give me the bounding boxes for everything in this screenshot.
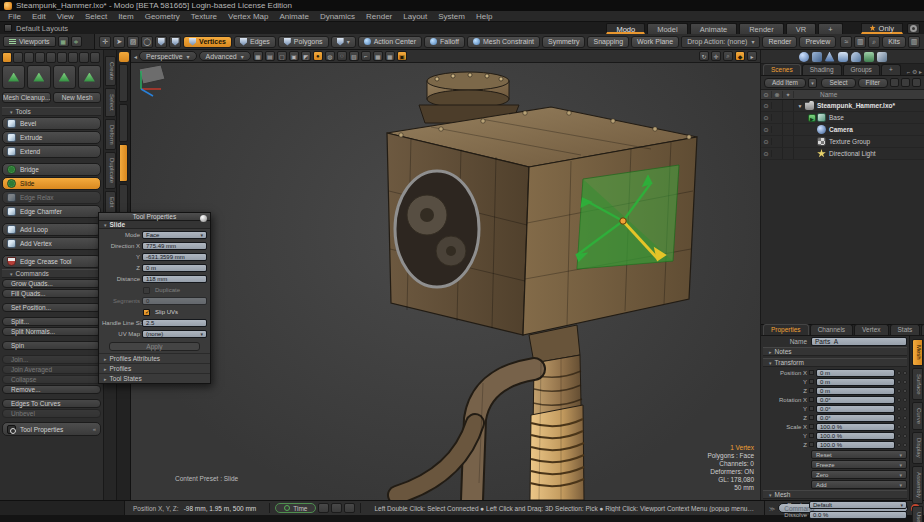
snapshot-mode-icon[interactable] xyxy=(79,52,89,63)
transform-value-field[interactable]: 0 m xyxy=(816,378,895,386)
settings-gear-button[interactable] xyxy=(907,23,920,34)
render-cell[interactable] xyxy=(783,136,794,147)
viewport-icon-grid2[interactable]: ▦ xyxy=(373,51,383,61)
lock-cell[interactable] xyxy=(772,148,783,159)
sphere-primitive-icon[interactable] xyxy=(799,52,809,62)
property-field[interactable]: Face xyxy=(142,231,207,239)
shading-mode-dropdown[interactable]: Advanced ▾ xyxy=(199,51,251,61)
link-icon[interactable] xyxy=(890,78,899,87)
reset-mini-button[interactable] xyxy=(809,388,814,393)
command-button[interactable]: Grow Quads... xyxy=(2,279,101,288)
slide-section-header[interactable]: Slide xyxy=(99,221,210,229)
viewport-split-icon[interactable]: ≑ xyxy=(71,36,82,47)
property-field[interactable]: 0.0 % xyxy=(809,511,907,519)
more-primitives-icon[interactable] xyxy=(877,52,887,62)
viewport-3d[interactable]: ◂ Perspective ▾ Advanced ▾ ▦ ▤ ▢ ▣ ◩ ● ◍… xyxy=(131,50,760,500)
keyframe-dot-icon[interactable] xyxy=(903,371,907,375)
transform-value-field[interactable]: 0.0° xyxy=(816,405,895,413)
transform-value-field[interactable]: 0 m xyxy=(816,387,895,395)
camera-lock-icon[interactable]: ◆ xyxy=(735,51,745,61)
reset-mini-button[interactable] xyxy=(809,379,814,384)
visibility-column-icon[interactable]: ⊙ xyxy=(761,91,772,98)
scene-tree-item[interactable]: ⊙ Camera xyxy=(761,124,924,136)
layout-tab[interactable]: Modo xyxy=(606,23,645,34)
polygon-tool-icon-1[interactable] xyxy=(2,65,25,89)
menu-item[interactable]: Vertex Map xyxy=(228,12,268,21)
properties-tab[interactable]: Vertex ... xyxy=(854,324,888,335)
refresh-icon[interactable] xyxy=(90,52,100,63)
property-field[interactable]: Default xyxy=(809,501,907,509)
viewport-icon-wire[interactable]: ▢ xyxy=(277,51,287,61)
command-button[interactable]: Split Normals... xyxy=(2,327,101,336)
property-field[interactable]: (none) xyxy=(142,330,207,338)
tool-button[interactable]: Add Vertex xyxy=(2,237,101,250)
transform-section-header[interactable]: Transform xyxy=(763,358,907,367)
menu-item[interactable]: Layout xyxy=(403,12,427,21)
envelope-dot-icon[interactable] xyxy=(897,443,901,447)
reset-mini-button[interactable] xyxy=(809,442,814,447)
menu-item[interactable]: File xyxy=(8,12,21,21)
action-center-button[interactable]: Action Center xyxy=(358,36,422,48)
keyframe-dot-icon[interactable] xyxy=(903,407,907,411)
plane-primitive-icon[interactable] xyxy=(838,52,848,62)
topo-mode-icon[interactable] xyxy=(57,52,67,63)
tool-button[interactable]: Bevel xyxy=(2,117,101,130)
properties-vertical-tab[interactable]: Display xyxy=(912,432,923,464)
items-mode-button[interactable]: ▾ xyxy=(331,36,356,48)
expand-twirl-icon[interactable] xyxy=(808,114,816,122)
command-button[interactable]: Remove... xyxy=(2,385,101,394)
mesh-constraint-button[interactable]: Mesh Constraint xyxy=(467,36,540,48)
property-field[interactable]: 775.49 mm xyxy=(142,242,207,250)
viewport-icon-quad[interactable]: ▤ xyxy=(265,51,275,61)
command-button[interactable]: Edges To Curves xyxy=(2,399,101,408)
select-shield-icon-1[interactable] xyxy=(155,36,167,48)
command-button[interactable]: Unbevel xyxy=(2,409,101,418)
new-mesh-button[interactable]: New Mesh xyxy=(53,92,101,103)
envelope-dot-icon[interactable] xyxy=(897,425,901,429)
render-column-icon[interactable]: ✦ xyxy=(783,91,794,98)
select-paint-icon[interactable]: ▨ xyxy=(127,36,139,48)
tool-button[interactable]: Edge Relax xyxy=(2,191,101,204)
reset-mini-button[interactable] xyxy=(809,370,814,375)
properties-tab[interactable]: Channels xyxy=(810,324,853,335)
polygon-tool-icon-2[interactable] xyxy=(27,65,50,89)
reset-mini-button[interactable] xyxy=(809,424,814,429)
scene-tab[interactable]: Groups xyxy=(843,64,880,75)
mesh-section-header[interactable]: Mesh xyxy=(763,490,907,499)
property-field[interactable]: Slip UVs xyxy=(152,308,207,316)
hammer-model[interactable] xyxy=(131,63,760,500)
layout-tab[interactable]: Render xyxy=(739,23,784,34)
tool-properties-title[interactable]: Tool Properties xyxy=(99,213,210,221)
command-button[interactable]: Set Position... xyxy=(2,303,101,312)
hair-mode-icon[interactable] xyxy=(68,52,78,63)
expand-twirl-icon[interactable] xyxy=(796,103,804,109)
select-cursor-icon[interactable]: ➤ xyxy=(113,36,125,48)
panel-orb-icon[interactable] xyxy=(200,215,207,222)
preview-button[interactable]: Preview xyxy=(799,36,836,48)
properties-tab[interactable]: Properties xyxy=(763,324,809,335)
reset-mini-button[interactable] xyxy=(809,415,814,420)
commands-section-header[interactable]: Commands xyxy=(2,269,101,278)
cube-primitive-icon[interactable] xyxy=(812,52,822,62)
command-button[interactable]: Fill Quads... xyxy=(2,289,101,298)
envelope-dot-icon[interactable] xyxy=(897,389,901,393)
funnel-icon[interactable] xyxy=(912,78,921,87)
tool-button[interactable]: Slide xyxy=(2,177,101,190)
menu-item[interactable]: System xyxy=(438,12,465,21)
viewport-icon-ghost-active[interactable]: ● xyxy=(313,51,323,61)
envelope-dot-icon[interactable] xyxy=(897,434,901,438)
torus-primitive-icon[interactable] xyxy=(864,52,874,62)
keyframe-dot-icon[interactable] xyxy=(903,434,907,438)
keyframe-dot-icon[interactable] xyxy=(903,389,907,393)
collapsed-section-header[interactable]: Profiles Attributes xyxy=(99,353,210,363)
layout-tab[interactable]: VR xyxy=(786,23,816,34)
lock-cell[interactable] xyxy=(772,136,783,147)
layout-tab[interactable]: + xyxy=(818,23,842,34)
lock-cell[interactable] xyxy=(772,112,783,123)
lock-cell[interactable] xyxy=(772,124,783,135)
scene-tab[interactable]: Shading xyxy=(802,64,842,75)
properties-vertical-tab[interactable]: Surface xyxy=(912,368,923,401)
cylinder-primitive-icon[interactable] xyxy=(851,52,861,62)
menu-item[interactable]: Texture xyxy=(191,12,217,21)
tool-button[interactable]: Edge Chamfer xyxy=(2,205,101,218)
